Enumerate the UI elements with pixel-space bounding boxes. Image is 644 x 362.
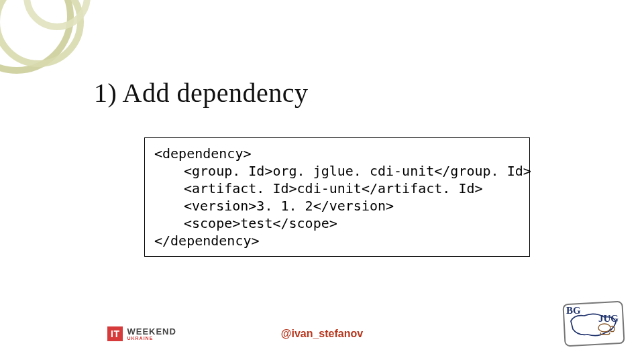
- slide: 1) Add dependency <dependency> <group. I…: [0, 0, 644, 362]
- code-line: <scope>test</scope>: [154, 215, 337, 232]
- code-line: <dependency>: [154, 145, 520, 162]
- bulgaria-map-icon: [568, 308, 620, 341]
- corner-ornament: [0, 0, 101, 74]
- bgjug-logo: BG JUG: [564, 302, 624, 345]
- ring-icon: [0, 0, 74, 74]
- code-line: <group. Id>org. jglue. cdi-unit</group. …: [154, 162, 531, 180]
- code-line: <version>3. 1. 2</version>: [154, 197, 394, 215]
- ring-icon: [0, 0, 84, 67]
- twitter-handle: @ivan_stefanov: [0, 328, 644, 340]
- code-line: <artifact. Id>cdi-unit</artifact. Id>: [154, 180, 483, 197]
- slide-title: 1) Add dependency: [94, 77, 309, 109]
- ring-icon: [23, 0, 91, 30]
- code-block: <dependency> <group. Id>org. jglue. cdi-…: [144, 137, 530, 257]
- svg-point-0: [598, 324, 610, 332]
- footer: IT WEEKEND UKRAINE @ivan_stefanov BG JUG: [0, 305, 644, 345]
- code-line: </dependency>: [154, 232, 520, 249]
